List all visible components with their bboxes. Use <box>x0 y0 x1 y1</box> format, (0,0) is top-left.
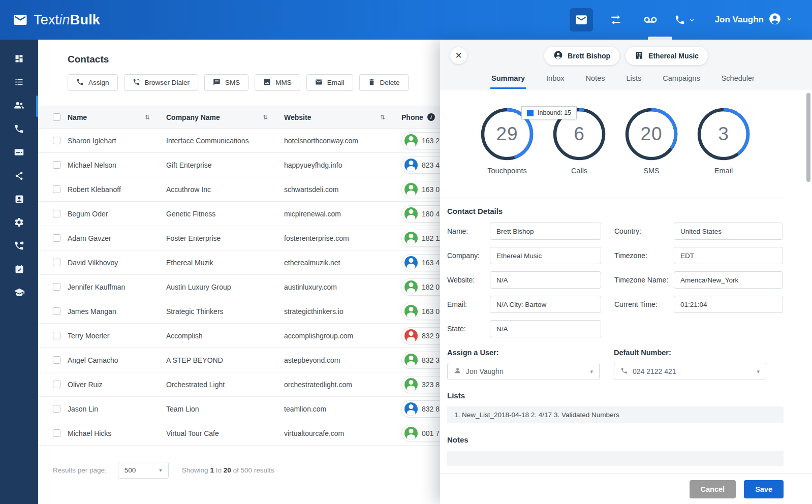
assign-user-select[interactable]: Jon Vaughn ▾ <box>447 363 600 380</box>
state-field[interactable] <box>490 320 601 337</box>
row-checkbox[interactable] <box>53 161 60 169</box>
row-checkbox[interactable] <box>53 210 60 217</box>
phone-icon <box>14 123 24 136</box>
default-number-select[interactable]: 024 2122 421 ▾ <box>614 363 766 380</box>
email-button[interactable]: Email <box>306 74 353 91</box>
name-field[interactable] <box>490 223 601 240</box>
envelope-icon <box>315 78 323 87</box>
sidebar-item-call-log[interactable] <box>0 235 38 258</box>
app-root: TextinBulk Jon Vaughn <box>0 0 812 504</box>
timezone-name-field[interactable] <box>674 271 783 289</box>
mail-icon[interactable] <box>570 8 593 32</box>
row-checkbox[interactable] <box>53 356 60 364</box>
sidebar-item-contacts[interactable] <box>0 94 38 118</box>
phone-call-icon <box>133 78 140 87</box>
logo-text: TextinBulk <box>34 12 100 28</box>
email-field[interactable] <box>490 296 601 313</box>
contact-pills: Brett Bishop Ethereal Music <box>440 47 812 65</box>
default-number-label: Default Number: <box>614 349 766 357</box>
stat-sms: 20 SMS <box>625 108 678 198</box>
sidebar-item-cards[interactable] <box>0 141 38 165</box>
row-checkbox[interactable] <box>53 307 60 315</box>
stat-email: 3 Email <box>697 108 750 198</box>
country-field[interactable] <box>674 223 783 240</box>
contact-avatar <box>404 378 418 391</box>
tab-scheduler[interactable]: Scheduler <box>721 74 756 89</box>
row-checkbox[interactable] <box>53 283 60 291</box>
contact-avatar <box>404 329 418 342</box>
tab-inbox[interactable]: Inbox <box>545 74 565 89</box>
transfer-arrows-icon[interactable] <box>604 8 628 32</box>
top-header: TextinBulk Jon Vaughn <box>0 0 812 40</box>
row-checkbox[interactable] <box>53 234 60 242</box>
voicemail-icon[interactable] <box>639 8 662 32</box>
sidebar-item-training[interactable] <box>0 281 38 305</box>
contact-avatar <box>404 207 418 220</box>
sidebar-item-lists[interactable] <box>0 71 38 94</box>
sort-icon-company[interactable]: ⇅ <box>263 114 268 121</box>
share-icon <box>14 171 24 182</box>
contact-avatar <box>404 232 418 245</box>
top-nav: Jon Vaughn <box>570 8 793 32</box>
website-field[interactable] <box>490 271 601 289</box>
sidebar-item-settings[interactable] <box>0 211 38 235</box>
stat-calls: 6 Calls <box>553 108 606 198</box>
row-checkbox[interactable] <box>53 381 60 388</box>
select-all-checkbox[interactable] <box>53 113 60 121</box>
contact-avatar <box>404 280 418 294</box>
sidebar-item-share[interactable] <box>0 165 38 188</box>
sidebar-item-dashboard[interactable] <box>0 48 38 71</box>
row-checkbox[interactable] <box>53 185 60 193</box>
panel-scrollbar[interactable] <box>806 93 810 182</box>
calendar-check-icon <box>14 264 24 276</box>
cancel-button[interactable]: Cancel <box>690 480 736 498</box>
person-icon <box>553 50 563 61</box>
settings-gear-icon <box>14 217 24 229</box>
phone-icon <box>76 78 84 87</box>
sidebar-item-contact-card[interactable] <box>0 188 38 211</box>
contact-avatar <box>404 159 418 172</box>
sort-icon-name[interactable]: ⇅ <box>145 114 150 121</box>
chat-icon <box>213 78 221 87</box>
lists-value: 1. New_List_2018-04-18 2. 4/17 3. Valida… <box>447 406 784 423</box>
timezone-field[interactable] <box>674 247 783 264</box>
person-icon <box>454 367 461 376</box>
row-checkbox[interactable] <box>53 405 60 413</box>
delete-button[interactable]: Delete <box>359 74 409 91</box>
phone-menu-icon[interactable] <box>673 8 697 32</box>
per-page-select[interactable]: 500 ▾ <box>118 462 169 479</box>
row-checkbox[interactable] <box>53 259 60 266</box>
assignment-section: Assign a User: Jon Vaughn ▾ Default Numb… <box>447 349 784 380</box>
phone-info-icon[interactable]: i <box>427 113 435 121</box>
current-time-field[interactable] <box>674 296 783 313</box>
caret-down-icon: ▾ <box>590 368 593 375</box>
browser-dialer-button[interactable]: Browser Dialer <box>124 74 199 91</box>
row-checkbox[interactable] <box>53 137 60 144</box>
sidebar-item-phone[interactable] <box>0 118 38 141</box>
company-field[interactable] <box>490 247 601 264</box>
save-button[interactable]: Save <box>744 480 784 498</box>
envelope-logo-icon <box>13 12 28 27</box>
tab-notes[interactable]: Notes <box>585 74 606 89</box>
contact-name-pill[interactable]: Brett Bishop <box>544 47 619 65</box>
email-donut[interactable]: 3 <box>697 108 750 161</box>
phone-icon <box>620 367 628 376</box>
user-menu[interactable]: Jon Vaughn <box>715 12 793 28</box>
mms-button[interactable]: MMS <box>255 74 300 91</box>
sms-donut[interactable]: 20 <box>625 108 678 161</box>
sms-button[interactable]: SMS <box>204 74 248 91</box>
company-pill[interactable]: Ethereal Music <box>626 47 708 65</box>
tab-lists[interactable]: Lists <box>625 74 642 89</box>
tab-campaigns[interactable]: Campaigns <box>662 74 701 89</box>
sort-icon-website[interactable]: ⇅ <box>380 114 385 121</box>
app-logo: TextinBulk <box>13 12 100 28</box>
sidebar-item-scheduler[interactable] <box>0 258 38 281</box>
row-checkbox[interactable] <box>53 332 60 339</box>
notes-input[interactable] <box>447 451 784 466</box>
tab-summary[interactable]: Summary <box>490 74 526 89</box>
assign-button[interactable]: Assign <box>68 74 118 91</box>
caret-down-icon: ▾ <box>159 467 162 474</box>
lists-heading: Lists <box>447 391 784 400</box>
row-checkbox[interactable] <box>53 429 60 437</box>
card-icon <box>14 147 24 159</box>
